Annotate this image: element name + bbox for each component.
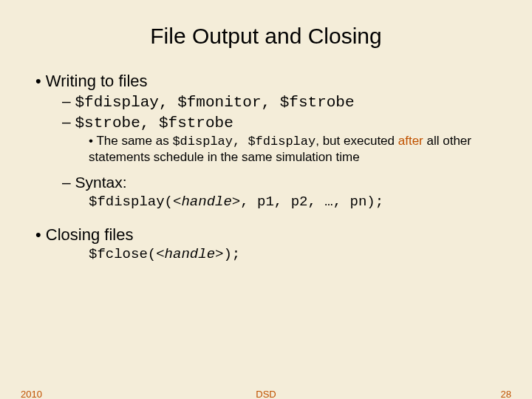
slide-content: Writing to files $fdisplay, $fmonitor, $… [0,58,532,264]
bullet-writing: Writing to files $fdisplay, $fmonitor, $… [35,71,497,211]
syntax-a: $fdisplay( [89,194,173,210]
note-accent: after [398,134,423,148]
bullet-closing: Closing files $fclose(<handle>); [35,225,497,264]
fclose-a: $fclose( [89,246,156,262]
syntax-handle: <handle> [173,194,240,210]
sub-syntax: Syntax: [62,173,497,192]
note-code: $display, $fdisplay [172,134,316,149]
note-b: , but executed [316,134,398,148]
slide-title: File Output and Closing [0,0,532,58]
footer-mid: DSD [0,389,532,399]
footer-page: 28 [501,389,511,399]
note-a: The same as [96,134,172,148]
bullet-closing-text: Closing files [46,225,134,244]
code-strobe-list: $strobe, $fstrobe [75,115,233,132]
syntax-b: , p1, p2, …, pn); [240,194,383,210]
fclose-handle: <handle> [156,246,223,262]
note-same-as: The same as $display, $fdisplay, but exe… [89,133,497,166]
syntax-code: $fdisplay(<handle>, p1, p2, …, pn); [35,194,497,211]
code-fdisplay-list: $fdisplay, $fmonitor, $fstrobe [75,94,355,111]
sub-fdisplay-list: $fdisplay, $fmonitor, $fstrobe [62,92,497,112]
fclose-b: ); [223,246,240,262]
slide: File Output and Closing Writing to files… [0,0,532,399]
syntax-label: Syntax: [75,174,127,191]
bullet-writing-text: Writing to files [46,72,148,90]
sub-strobe-list: $strobe, $fstrobe The same as $display, … [62,112,497,166]
fclose-code: $fclose(<handle>); [35,246,497,264]
